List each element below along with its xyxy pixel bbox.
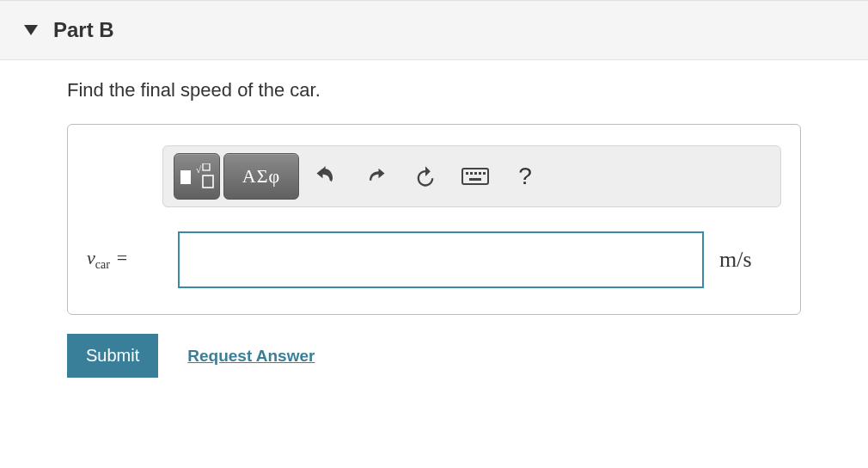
- var-subscript: car: [95, 259, 110, 272]
- help-icon: ?: [518, 163, 532, 190]
- reset-button[interactable]: [402, 153, 449, 200]
- part-header[interactable]: Part B: [0, 0, 868, 60]
- content-area: Find the final speed of the car. √ ΑΣφ: [0, 60, 868, 398]
- keyboard-button[interactable]: [452, 153, 498, 200]
- svg-rect-0: [180, 170, 191, 184]
- answer-input[interactable]: [178, 231, 704, 288]
- part-title: Part B: [53, 18, 114, 42]
- submit-button[interactable]: Submit: [67, 334, 158, 378]
- svg-rect-2: [203, 163, 210, 170]
- svg-rect-9: [483, 172, 486, 175]
- redo-icon: [364, 164, 388, 188]
- svg-rect-7: [474, 172, 477, 175]
- keyboard-icon: [462, 166, 489, 187]
- svg-rect-6: [470, 172, 473, 175]
- undo-button[interactable]: [303, 153, 349, 200]
- request-answer-link[interactable]: Request Answer: [187, 347, 315, 366]
- svg-rect-3: [203, 176, 213, 188]
- svg-rect-8: [479, 172, 481, 175]
- question-prompt: Find the final speed of the car.: [67, 79, 801, 102]
- equals-sign: =: [110, 247, 127, 268]
- input-row: vcar= m/s: [87, 231, 781, 288]
- var-symbol: v: [87, 247, 95, 268]
- svg-rect-4: [462, 169, 488, 184]
- redo-button[interactable]: [352, 153, 399, 200]
- svg-rect-10: [469, 178, 481, 181]
- actions-row: Submit Request Answer: [67, 334, 801, 378]
- undo-icon: [314, 164, 338, 188]
- formula-toolbar: √ ΑΣφ: [162, 145, 781, 207]
- greek-symbols-button[interactable]: ΑΣφ: [223, 153, 299, 200]
- greek-label: ΑΣφ: [242, 165, 280, 188]
- reset-icon: [413, 164, 437, 188]
- units-label: m/s: [719, 247, 752, 273]
- caret-down-icon: [24, 25, 38, 35]
- svg-rect-5: [466, 172, 468, 175]
- svg-text:√: √: [196, 164, 202, 175]
- templates-button[interactable]: √: [174, 153, 220, 200]
- template-icon: √: [180, 163, 214, 189]
- help-button[interactable]: ?: [502, 153, 548, 200]
- variable-label: vcar=: [87, 247, 162, 272]
- answer-box: √ ΑΣφ: [67, 124, 801, 315]
